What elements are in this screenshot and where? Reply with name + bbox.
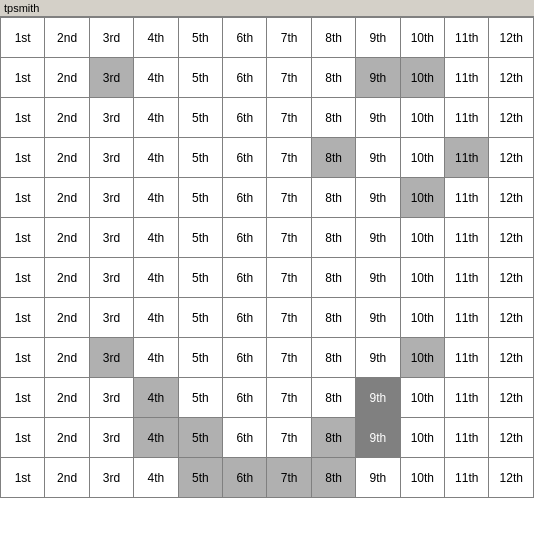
table-cell: 12th (489, 138, 534, 178)
table-cell: 12th (489, 378, 534, 418)
table-cell: 2nd (45, 18, 89, 58)
table-cell: 9th (356, 258, 400, 298)
table-cell: 11th (445, 18, 489, 58)
table-cell: 4th (134, 298, 178, 338)
table-cell: 2nd (45, 178, 89, 218)
table-cell: 11th (445, 258, 489, 298)
table-cell: 8th (311, 58, 355, 98)
table-cell: 11th (445, 418, 489, 458)
table-cell: 4th (134, 18, 178, 58)
table-cell: 1st (1, 138, 45, 178)
table-cell: 1st (1, 338, 45, 378)
table-cell: 6th (223, 458, 267, 498)
table-cell: 5th (178, 298, 222, 338)
table-cell: 10th (400, 98, 444, 138)
table-cell: 9th (356, 418, 400, 458)
table-cell: 5th (178, 458, 222, 498)
table-cell: 3rd (89, 178, 133, 218)
table-cell: 4th (134, 258, 178, 298)
table-cell: 12th (489, 98, 534, 138)
table-cell: 3rd (89, 418, 133, 458)
table-cell: 1st (1, 258, 45, 298)
table-row: 1st2nd3rd4th5th6th7th8th9th10th11th12th (1, 258, 534, 298)
table-cell: 8th (311, 258, 355, 298)
table-cell: 9th (356, 218, 400, 258)
table-cell: 9th (356, 138, 400, 178)
table-cell: 9th (356, 298, 400, 338)
table-cell: 10th (400, 298, 444, 338)
table-cell: 2nd (45, 218, 89, 258)
table-cell: 1st (1, 378, 45, 418)
table-cell: 10th (400, 378, 444, 418)
table-cell: 5th (178, 258, 222, 298)
table-cell: 2nd (45, 258, 89, 298)
table-cell: 5th (178, 338, 222, 378)
table-cell: 10th (400, 138, 444, 178)
table-cell: 1st (1, 418, 45, 458)
table-cell: 7th (267, 218, 311, 258)
table-cell: 10th (400, 18, 444, 58)
table-cell: 2nd (45, 418, 89, 458)
table-cell: 12th (489, 178, 534, 218)
table-cell: 7th (267, 378, 311, 418)
table-row: 1st2nd3rd4th5th6th7th8th9th10th11th12th (1, 418, 534, 458)
table-cell: 8th (311, 18, 355, 58)
table-row: 1st2nd3rd4th5th6th7th8th9th10th11th12th (1, 218, 534, 258)
table-cell: 12th (489, 458, 534, 498)
table-cell: 6th (223, 138, 267, 178)
table-cell: 6th (223, 298, 267, 338)
table-cell: 6th (223, 178, 267, 218)
table-cell: 3rd (89, 458, 133, 498)
table-cell: 8th (311, 98, 355, 138)
table-cell: 7th (267, 418, 311, 458)
table-cell: 1st (1, 18, 45, 58)
table-cell: 2nd (45, 338, 89, 378)
table-cell: 8th (311, 298, 355, 338)
table-cell: 3rd (89, 18, 133, 58)
table-cell: 4th (134, 98, 178, 138)
table-cell: 11th (445, 58, 489, 98)
table-cell: 2nd (45, 458, 89, 498)
ordinal-grid: 1st2nd3rd4th5th6th7th8th9th10th11th12th1… (0, 17, 534, 498)
table-cell: 2nd (45, 98, 89, 138)
table-cell: 11th (445, 178, 489, 218)
grid-container: 1st2nd3rd4th5th6th7th8th9th10th11th12th1… (0, 17, 534, 498)
table-row: 1st2nd3rd4th5th6th7th8th9th10th11th12th (1, 98, 534, 138)
table-cell: 9th (356, 18, 400, 58)
table-cell: 3rd (89, 98, 133, 138)
table-cell: 10th (400, 58, 444, 98)
table-cell: 4th (134, 58, 178, 98)
table-cell: 8th (311, 458, 355, 498)
table-cell: 9th (356, 178, 400, 218)
table-row: 1st2nd3rd4th5th6th7th8th9th10th11th12th (1, 338, 534, 378)
table-cell: 1st (1, 298, 45, 338)
table-cell: 4th (134, 218, 178, 258)
table-cell: 11th (445, 298, 489, 338)
table-cell: 3rd (89, 58, 133, 98)
table-cell: 10th (400, 338, 444, 378)
table-cell: 1st (1, 178, 45, 218)
table-row: 1st2nd3rd4th5th6th7th8th9th10th11th12th (1, 298, 534, 338)
table-row: 1st2nd3rd4th5th6th7th8th9th10th11th12th (1, 458, 534, 498)
table-cell: 8th (311, 378, 355, 418)
table-cell: 12th (489, 298, 534, 338)
table-cell: 12th (489, 18, 534, 58)
table-row: 1st2nd3rd4th5th6th7th8th9th10th11th12th (1, 178, 534, 218)
table-row: 1st2nd3rd4th5th6th7th8th9th10th11th12th (1, 18, 534, 58)
table-cell: 6th (223, 218, 267, 258)
table-row: 1st2nd3rd4th5th6th7th8th9th10th11th12th (1, 58, 534, 98)
table-row: 1st2nd3rd4th5th6th7th8th9th10th11th12th (1, 138, 534, 178)
table-cell: 10th (400, 178, 444, 218)
table-cell: 5th (178, 98, 222, 138)
table-cell: 7th (267, 178, 311, 218)
table-cell: 10th (400, 458, 444, 498)
table-row: 1st2nd3rd4th5th6th7th8th9th10th11th12th (1, 378, 534, 418)
table-cell: 11th (445, 138, 489, 178)
table-cell: 6th (223, 338, 267, 378)
table-cell: 4th (134, 178, 178, 218)
table-cell: 2nd (45, 58, 89, 98)
table-cell: 7th (267, 338, 311, 378)
table-cell: 7th (267, 18, 311, 58)
table-cell: 2nd (45, 378, 89, 418)
table-cell: 6th (223, 98, 267, 138)
